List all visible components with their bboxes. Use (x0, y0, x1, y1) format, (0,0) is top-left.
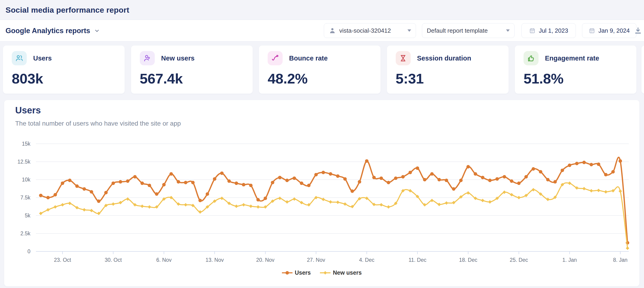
profile-select-value: vista-social-320412 (339, 27, 404, 34)
svg-text:12.5k: 12.5k (18, 159, 31, 165)
legend-label: New users (333, 269, 362, 276)
date-to-value: Jan 9, 2024 (598, 27, 630, 34)
hourglass-icon (396, 51, 411, 65)
svg-text:18. Dec: 18. Dec (459, 257, 477, 263)
person-icon (329, 27, 336, 34)
circle-marker-icon (282, 271, 292, 275)
svg-text:6. Nov: 6. Nov (156, 257, 172, 263)
kpi-card-users: Users 803k (3, 45, 124, 94)
profile-select[interactable]: vista-social-320412 (324, 23, 416, 38)
svg-text:2.5k: 2.5k (20, 231, 31, 237)
calendar-icon (589, 27, 595, 34)
caret-down-icon (408, 29, 411, 32)
svg-text:5k: 5k (25, 213, 31, 219)
kpi-value: 803k (12, 70, 43, 87)
users-line-chart[interactable]: 02.5k5k7.5k10k12.5k15k23. Oct30. Oct6. N… (4, 100, 640, 287)
svg-text:0: 0 (28, 249, 30, 255)
calendar-icon (529, 27, 536, 34)
report-type-label: Google Analytics reports (6, 27, 90, 35)
legend-item-new-users[interactable]: New users (320, 269, 362, 276)
kpi-card-new-users: New users 567.4k (131, 45, 253, 94)
kpi-value: 51.8% (524, 70, 564, 87)
download-icon (634, 26, 642, 35)
kpi-label: Session duration (417, 54, 471, 62)
caret-down-icon (506, 29, 510, 32)
users-chart-card: Users The total number of users who have… (4, 100, 640, 287)
svg-text:4. Dec: 4. Dec (359, 257, 374, 263)
toolbar: Google Analytics reports vista-social-32… (0, 20, 644, 41)
users-icon (12, 51, 27, 65)
template-select-value: Default report template (427, 27, 503, 34)
date-to-button[interactable]: Jan 9, 2024 (582, 23, 636, 38)
download-button[interactable] (633, 25, 643, 36)
kpi-value: 48.2% (268, 70, 308, 87)
diamond-marker-icon (320, 271, 330, 275)
svg-text:27. Nov: 27. Nov (307, 257, 325, 263)
page-title: Social media performance report (6, 0, 129, 20)
legend-label: Users (295, 269, 311, 276)
kpi-label: Engagement rate (545, 54, 599, 62)
date-from-button[interactable]: Jul 1, 2023 (522, 23, 576, 38)
kpi-card-engagement-rate: Engagement rate 51.8% (515, 45, 636, 94)
report-type-dropdown[interactable]: Google Analytics reports (6, 20, 100, 41)
date-from-value: Jul 1, 2023 (539, 27, 568, 34)
kpi-card-session-duration: Session duration 5:31 (387, 45, 508, 94)
svg-text:11. Dec: 11. Dec (408, 257, 426, 263)
template-select[interactable]: Default report template (422, 23, 514, 38)
svg-text:23. Oct: 23. Oct (54, 257, 71, 263)
thumbs-up-icon (524, 51, 538, 65)
svg-text:15k: 15k (22, 141, 31, 147)
kpi-label: Bounce rate (289, 54, 328, 62)
svg-text:30. Oct: 30. Oct (104, 257, 122, 263)
svg-text:8. Jan: 8. Jan (613, 257, 628, 263)
kpi-value: 5:31 (396, 70, 424, 87)
svg-text:25. Dec: 25. Dec (510, 257, 528, 263)
svg-text:13. Nov: 13. Nov (206, 257, 224, 263)
svg-text:10k: 10k (22, 177, 31, 183)
svg-text:20. Nov: 20. Nov (256, 257, 274, 263)
chart-legend: UsersNew users (4, 269, 640, 276)
page-header: Social media performance report (0, 0, 644, 20)
kpi-card-bounce-rate: Bounce rate 48.2% (259, 45, 380, 94)
kpi-card-partial (642, 45, 644, 94)
kpi-label: New users (161, 54, 195, 62)
bounce-icon (268, 51, 282, 65)
legend-item-users[interactable]: Users (282, 269, 311, 276)
kpi-value: 567.4k (140, 70, 183, 87)
svg-text:7.5k: 7.5k (20, 195, 31, 201)
chevron-down-icon (94, 28, 100, 34)
kpi-label: Users (33, 54, 52, 62)
svg-text:1. Jan: 1. Jan (562, 257, 577, 263)
user-plus-icon (140, 51, 155, 65)
